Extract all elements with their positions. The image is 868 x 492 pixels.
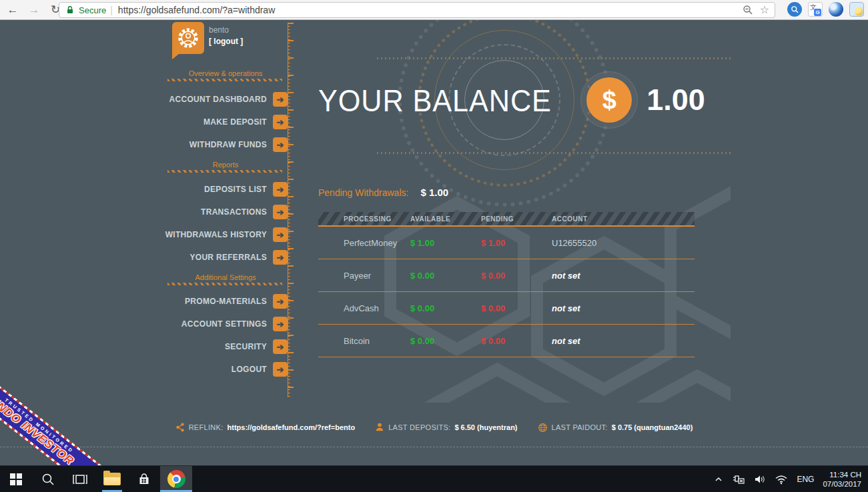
zoom-out-icon[interactable]	[743, 5, 753, 15]
person-icon	[375, 422, 384, 433]
reflink-value[interactable]: https://goldsafefund.com/?ref=bento	[228, 423, 356, 431]
cell-processing: Payeer	[344, 271, 371, 281]
section-header-overview: Overview & operations	[163, 69, 288, 77]
browser-bird-extension-icon[interactable]	[829, 2, 843, 17]
cell-account: not set	[552, 336, 580, 346]
store-button[interactable]	[128, 466, 160, 492]
table-row-bitcoin: Bitcoin $ 0.00 $ 0.00 not set	[318, 325, 695, 357]
table-header-row: PROCESSING AVAILABLE PENDING ACCOUNT	[318, 212, 695, 227]
sidebar-item-account-dashboard[interactable]: ACCOUNT DASHBOARD ➔	[163, 92, 288, 107]
taskbar-search-button[interactable]	[32, 466, 64, 492]
cell-processing: AdvCash	[344, 303, 379, 313]
cell-processing: Bitcoin	[344, 336, 370, 346]
reflink-item: REFLINK: https://goldsafefund.com/?ref=b…	[175, 422, 356, 433]
taskbar: ENG 11:34 CH 07/03/2017	[0, 465, 868, 492]
store-bag-icon	[137, 472, 151, 487]
cell-available: $ 0.00	[410, 336, 434, 346]
tray-volume-icon[interactable]	[754, 474, 766, 485]
footer-dashed-divider	[0, 447, 868, 447]
sidebar-item-withdraw-funds[interactable]: WITHDRAW FUNDS ➔	[163, 137, 288, 152]
pending-withdrawals-label: Pending Withdrawals:	[318, 187, 408, 198]
last-deposits-label: LAST DEPOSITS:	[388, 423, 450, 431]
cell-processing: PerfectMoney	[344, 238, 397, 248]
dollar-circle-icon: $	[586, 77, 632, 123]
column-header-pending: PENDING	[481, 215, 514, 223]
address-bar[interactable]: Secure | https://goldsafefund.com/?a=wit…	[59, 2, 775, 18]
cell-available: $ 1.00	[410, 238, 434, 248]
tray-date: 07/03/2017	[823, 479, 861, 489]
pending-withdrawals: Pending Withdrawals: $ 1.00	[318, 187, 448, 198]
cell-account: U12655520	[552, 238, 596, 248]
arrow-right-icon: ➔	[273, 137, 288, 152]
content-panel: bento [ logout ] Overview & operations A…	[163, 20, 731, 403]
forward-icon[interactable]: →	[25, 2, 43, 18]
arrow-right-icon: ➔	[273, 182, 288, 197]
arrow-right-icon: ➔	[273, 362, 288, 377]
sidebar-item-security[interactable]: SECURITY ➔	[163, 339, 288, 354]
folder-icon	[103, 473, 121, 485]
tray-clock[interactable]: 11:34 CH 07/03/2017	[823, 470, 861, 489]
cell-pending: $ 0.00	[481, 271, 505, 281]
balance-section: YOUR BALANCE $ 1.00	[318, 76, 705, 124]
misc-extension-icon[interactable]	[849, 2, 864, 17]
sidebar-item-transactions[interactable]: TRANSACTIONS ➔	[163, 205, 288, 219]
translate-extension-icon[interactable]: 文 G	[808, 2, 823, 17]
back-icon[interactable]: ←	[4, 2, 21, 18]
windows-logo-icon	[10, 473, 22, 485]
arrow-right-icon: ➔	[273, 115, 288, 129]
sidebar-item-promo-materials[interactable]: PROMO-MATERIALS ➔	[163, 294, 288, 309]
table-row-advcash: AdvCash $ 0.00 $ 0.00 not set	[318, 292, 695, 325]
hatch-divider	[167, 79, 282, 81]
gear-user-icon	[177, 27, 199, 49]
column-header-processing: PROCESSING	[344, 215, 392, 223]
balance-value: 1.00	[646, 83, 705, 117]
arrow-right-icon: ➔	[273, 205, 288, 219]
task-view-button[interactable]	[64, 466, 96, 492]
tray-chevron-up-icon[interactable]	[714, 475, 723, 483]
file-explorer-button[interactable]	[96, 466, 128, 492]
search-extension-icon[interactable]	[787, 2, 802, 17]
section-header-reports: Reports	[163, 161, 288, 169]
start-button[interactable]	[0, 466, 32, 492]
dashed-rule-decoration	[377, 152, 731, 154]
sidebar-item-deposits-list[interactable]: DEPOSITS LIST ➔	[163, 182, 288, 197]
pending-withdrawals-value: $ 1.00	[420, 187, 448, 198]
column-header-account: ACCOUNT	[552, 215, 588, 223]
arrow-right-icon: ➔	[273, 339, 288, 354]
cell-account: not set	[552, 303, 580, 313]
logout-link-top[interactable]: [ logout ]	[209, 37, 243, 46]
monitor-ribbon: TRUSTED MONITORED INDO INVESTOR	[0, 369, 109, 465]
arrow-right-icon: ➔	[273, 317, 288, 331]
last-paidout-value: $ 0.75 (quangtuan2440)	[612, 423, 693, 431]
cell-available: $ 0.00	[410, 271, 434, 281]
sidebar-item-make-deposit[interactable]: MAKE DEPOSIT ➔	[163, 115, 288, 129]
web-page: bento [ logout ] Overview & operations A…	[0, 20, 868, 465]
arrow-right-icon: ➔	[273, 294, 288, 309]
screen: ← → ↻ Secure | https://goldsafefund.com/…	[0, 0, 868, 492]
footer-links: REFLINK: https://goldsafefund.com/?ref=b…	[0, 422, 868, 433]
withdrawals-table: PROCESSING AVAILABLE PENDING ACCOUNT Per…	[318, 212, 695, 357]
sidebar-item-withdrawals-history[interactable]: WITHDRAWALS HISTORY ➔	[163, 227, 288, 242]
avatar[interactable]	[172, 22, 204, 54]
tray-time: 11:34 CH	[823, 470, 861, 479]
sidebar-item-your-referrals[interactable]: YOUR REFERRALS ➔	[163, 250, 288, 265]
cell-pending: $ 0.00	[481, 336, 505, 346]
last-deposits-item: LAST DEPOSITS: $ 6.50 (huyentran)	[375, 422, 517, 433]
chrome-icon	[167, 470, 185, 488]
cell-pending: $ 1.00	[481, 238, 505, 248]
tray-power-plug-icon[interactable]	[732, 474, 745, 485]
chrome-button[interactable]	[160, 466, 192, 492]
column-header-available: AVAILABLE	[410, 215, 450, 223]
bookmark-star-icon[interactable]: ☆	[760, 5, 769, 15]
task-view-icon	[72, 473, 88, 486]
sidebar-item-logout[interactable]: LOGOUT ➔	[163, 362, 288, 377]
url-text[interactable]: https://goldsafefund.com/?a=withdraw	[118, 5, 743, 15]
reflink-label: REFLINK:	[189, 423, 224, 431]
tray-language-indicator[interactable]: ENG	[797, 475, 814, 484]
cell-available: $ 0.00	[410, 303, 434, 313]
tray-wifi-icon[interactable]	[775, 474, 788, 485]
sidebar-item-account-settings[interactable]: ACCOUNT SETTINGS ➔	[163, 317, 288, 331]
dashed-rule-decoration	[377, 57, 731, 59]
secure-lock-icon	[65, 5, 75, 15]
table-row-perfectmoney: PerfectMoney $ 1.00 $ 1.00 U12655520	[318, 227, 695, 259]
